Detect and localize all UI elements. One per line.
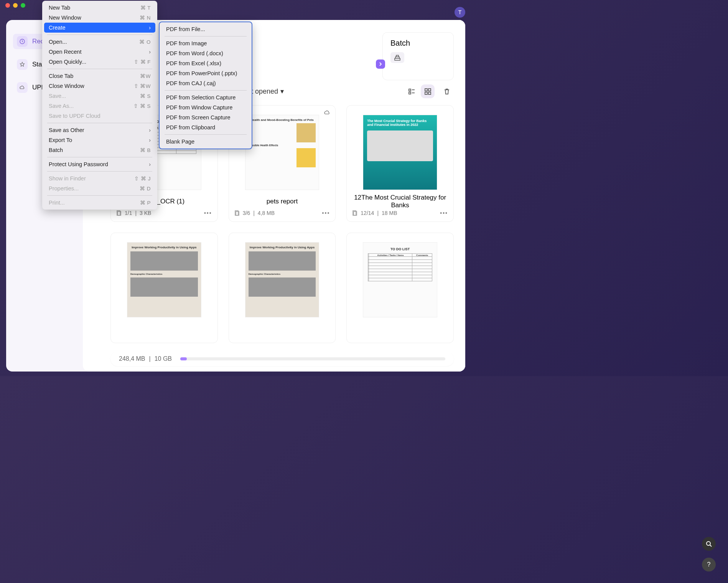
create-submenu-separator xyxy=(165,90,247,91)
menu-item-label: Open Recent xyxy=(49,49,81,55)
chevron-right-icon: › xyxy=(149,49,151,55)
file-menu-item[interactable]: New Tab⌘ T xyxy=(44,3,155,13)
caret-down-icon: ▾ xyxy=(280,87,284,96)
file-menu-item[interactable]: Close Window⇧ ⌘W xyxy=(44,81,155,91)
file-menu-separator xyxy=(47,157,152,157)
file-card[interactable]: TO DO LISTActivities / Tasks / ItemsComm… xyxy=(346,233,454,343)
menu-item-label: PDF from Screen Capture xyxy=(166,114,231,121)
page-icon xyxy=(352,210,357,216)
menu-item-label: Open... xyxy=(49,39,67,45)
file-card[interactable]: The Most Crucial Strategy for Banks and … xyxy=(346,105,454,222)
file-size: 18 MB xyxy=(382,210,397,216)
file-menu-item[interactable]: Open...⌘ O xyxy=(44,37,155,47)
menu-shortcut: ⌘W xyxy=(140,73,151,79)
file-menu-item[interactable]: New Window⌘ N xyxy=(44,13,155,23)
menu-item-label: Save to UPDF Cloud xyxy=(49,113,100,119)
menu-shortcut: ⌘ S xyxy=(140,93,151,99)
minimize-window-button[interactable] xyxy=(13,3,18,8)
file-menu-item[interactable]: Open Recent› xyxy=(44,47,155,57)
menu-item-label: PDF from Word (.docx) xyxy=(166,50,223,56)
file-card[interactable]: Improve Working Productivity in Using Ap… xyxy=(110,233,218,343)
file-menu-separator xyxy=(47,123,152,123)
create-submenu-item[interactable]: PDF from Word (.docx) xyxy=(161,48,250,58)
maximize-window-button[interactable] xyxy=(21,3,25,8)
menu-item-label: Open Quickly... xyxy=(49,59,86,65)
create-submenu-item[interactable]: PDF from Image xyxy=(161,38,250,48)
list-view-button[interactable] xyxy=(405,84,418,98)
cloud-icon xyxy=(17,82,28,93)
menu-item-label: Batch xyxy=(49,147,63,153)
svg-rect-4 xyxy=(425,89,427,91)
grid-view-button[interactable] xyxy=(421,84,435,98)
storage-bar: 248,4 MB | 10 GB xyxy=(110,352,454,366)
menu-item-label: Save As... xyxy=(49,103,74,109)
file-size: 4,8 MB xyxy=(258,210,275,216)
menu-item-label: New Tab xyxy=(49,5,70,11)
file-pages: 3/6 xyxy=(243,210,250,216)
menu-shortcut: ⌘ N xyxy=(140,15,151,21)
file-menu-item[interactable]: Open Quickly...⇧ ⌘ F xyxy=(44,57,155,67)
file-title: 12The Most Crucial Strategy for Banks xyxy=(352,193,448,210)
menu-item-label: PDF from Selection Capture xyxy=(166,94,236,101)
view-toggle xyxy=(405,84,435,98)
avatar[interactable]: T xyxy=(455,7,465,18)
file-menu-separator xyxy=(47,35,152,35)
chevron-right-icon: › xyxy=(149,25,151,31)
file-menu-item: Save...⌘ S xyxy=(44,91,155,101)
storage-sep: | xyxy=(149,355,150,362)
svg-rect-2 xyxy=(409,89,411,91)
file-menu-item: Print...⌘ P xyxy=(44,198,155,208)
file-thumbnail: Health and Mood-Boosting Benefits of Pet… xyxy=(245,115,320,190)
close-window-button[interactable] xyxy=(5,3,10,8)
batch-icon xyxy=(390,52,404,63)
chevron-right-icon: › xyxy=(149,137,151,143)
star-icon xyxy=(17,59,28,70)
delete-button[interactable] xyxy=(440,84,454,98)
menu-shortcut: ⇧ ⌘ S xyxy=(133,103,151,109)
file-more-button[interactable]: ••• xyxy=(204,210,212,216)
menu-item-label: Protect Using Password xyxy=(49,161,108,167)
menu-shortcut: ⌘ P xyxy=(140,200,151,206)
svg-rect-6 xyxy=(425,92,427,94)
menu-item-label: Show in Finder xyxy=(49,175,86,182)
file-menu-item: Save As...⇧ ⌘ S xyxy=(44,101,155,111)
file-menu-item: Save to UPDF Cloud xyxy=(44,111,155,121)
create-submenu-item[interactable]: PDF from Screen Capture xyxy=(161,112,250,122)
create-submenu-item[interactable]: PDF from Clipboard xyxy=(161,122,250,132)
create-submenu-item[interactable]: Blank Page xyxy=(161,137,250,147)
file-menu-item: Properties...⌘ D xyxy=(44,183,155,193)
cloud-sync-icon xyxy=(324,109,331,116)
file-menu-item[interactable]: Save as Other› xyxy=(44,125,155,135)
create-submenu-item[interactable]: PDF from File... xyxy=(161,24,250,34)
file-menu[interactable]: New Tab⌘ TNew Window⌘ NCreate›Open...⌘ O… xyxy=(42,1,157,210)
file-menu-item[interactable]: Batch⌘ B xyxy=(44,145,155,155)
create-submenu-item[interactable]: PDF from Selection Capture xyxy=(161,92,250,102)
file-menu-item[interactable]: Create› xyxy=(44,23,155,33)
create-submenu-item[interactable]: PDF from CAJ (.caj) xyxy=(161,78,250,88)
create-submenu-item[interactable]: PDF from Excel (.xlsx) xyxy=(161,58,250,68)
menu-item-label: Export To xyxy=(49,137,72,143)
menu-item-label: PDF from CAJ (.caj) xyxy=(166,80,216,86)
menu-item-label: PDF from Window Capture xyxy=(166,104,232,111)
chevron-right-icon: › xyxy=(149,161,151,167)
file-menu-item[interactable]: Export To› xyxy=(44,135,155,145)
file-menu-item[interactable]: Protect Using Password› xyxy=(44,159,155,169)
menu-shortcut: ⇧ ⌘ J xyxy=(134,175,151,182)
create-submenu-item[interactable]: PDF from Window Capture xyxy=(161,102,250,112)
file-more-button[interactable]: ••• xyxy=(440,210,448,216)
batch-card[interactable]: Batch xyxy=(382,32,454,80)
batch-chevron-button[interactable] xyxy=(376,59,385,69)
file-pages: 12/14 xyxy=(361,210,374,216)
file-menu-item: Show in Finder⇧ ⌘ J xyxy=(44,173,155,183)
menu-item-label: Print... xyxy=(49,200,65,206)
create-submenu[interactable]: PDF from File...PDF from ImagePDF from W… xyxy=(159,21,252,149)
file-title xyxy=(116,320,212,337)
menu-item-label: Create xyxy=(49,25,66,31)
create-submenu-item[interactable]: PDF from PowerPoint (.pptx) xyxy=(161,68,250,78)
page-icon xyxy=(116,210,122,216)
file-more-button[interactable]: ••• xyxy=(322,210,330,216)
file-menu-item[interactable]: Close Tab⌘W xyxy=(44,71,155,81)
svg-rect-11 xyxy=(236,211,239,215)
file-card[interactable]: Improve Working Productivity in Using Ap… xyxy=(229,233,336,343)
file-thumbnail: Improve Working Productivity in Using Ap… xyxy=(127,242,201,317)
